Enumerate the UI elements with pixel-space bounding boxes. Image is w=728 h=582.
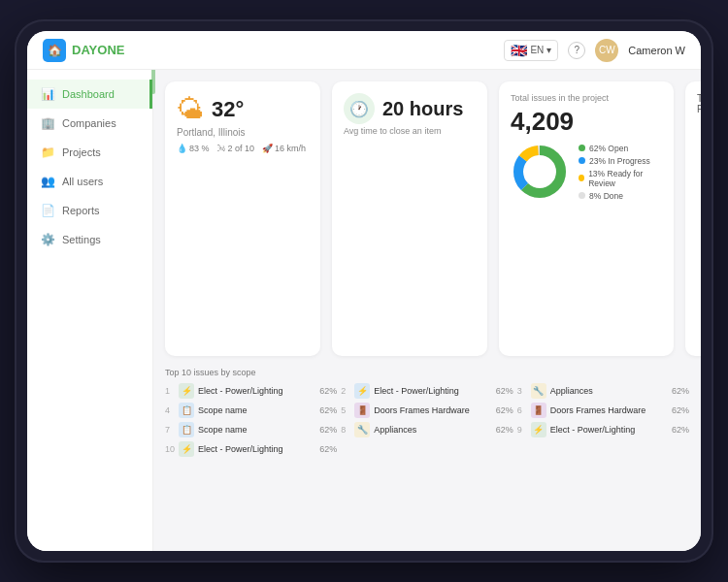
wind-icon: 🌬 xyxy=(217,144,226,153)
scope-icon: 🔧 xyxy=(531,383,546,399)
scope-name: Elect - Power/Lighting xyxy=(550,425,668,435)
bar-row: Make It Safe xyxy=(697,250,701,268)
scope-percent: 62% xyxy=(672,386,689,396)
bar-row: AB Cleaning xyxy=(697,122,701,140)
logo-text: DAYONE xyxy=(72,43,124,57)
legend-review: 13% Ready for Review xyxy=(579,169,662,188)
scope-number: 1 xyxy=(165,386,175,396)
kmh-stat: 🚀 16 km/h xyxy=(262,144,306,153)
scope-number: 5 xyxy=(341,405,350,415)
scope-name: Elect - Power/Lighting xyxy=(374,386,491,396)
bar-row: Terrazo xyxy=(697,316,701,334)
chevron-down-icon: ▾ xyxy=(546,45,551,55)
sidebar-item-allusers[interactable]: 👥 All users xyxy=(27,167,152,196)
scope-icon: 🔧 xyxy=(354,422,370,437)
lang-label: EN xyxy=(530,45,544,55)
svg-point-4 xyxy=(524,156,555,187)
bar-label: Good Coat Painting xyxy=(697,275,701,285)
header-right: 🇬🇧 EN ▾ ? CW Cameron W xyxy=(504,39,685,62)
scope-icon: ⚡ xyxy=(354,383,370,399)
sidebar-label-projects: Projects xyxy=(62,146,101,158)
bar-row: Long Last Flooring xyxy=(697,229,701,246)
scope-name: Scope name xyxy=(198,405,315,415)
projects-icon: 📁 xyxy=(41,146,54,159)
weather-icon: 🌤 xyxy=(177,93,204,125)
sidebar-item-settings[interactable]: ⚙️ Settings xyxy=(27,225,152,254)
user-name: Cameron W xyxy=(628,45,685,56)
bar-row: Shockey's Electric xyxy=(697,208,701,225)
bar-label: Terrazo xyxy=(697,320,701,330)
hours-icon: 🕐 xyxy=(344,93,375,124)
scope-name: Elect - Power/Lighting xyxy=(198,386,315,396)
scope-percent: 62% xyxy=(319,386,337,396)
language-selector[interactable]: 🇬🇧 EN ▾ xyxy=(504,40,558,61)
scope-number: 2 xyxy=(341,386,350,396)
sidebar: 📊 Dashboard 🏢 Companies 📁 Projects 👥 All… xyxy=(27,70,153,551)
sidebar-label-allusers: All users xyxy=(62,176,103,187)
scope-row: 8 🔧 Appliances 62% xyxy=(341,422,513,437)
screen: 🏠 DAYONE 🇬🇧 EN ▾ ? CW Cameron W xyxy=(27,31,701,551)
dot-review xyxy=(579,175,584,181)
resources-card: Top 10 Resources Complete Open In progr.… xyxy=(685,81,701,356)
donut-svg xyxy=(511,143,569,201)
scope-percent: 62% xyxy=(319,425,337,435)
scope-name: Doors Frames Hardware xyxy=(374,405,491,415)
issues-chart: 62% Open 23% In Progress 13% Ready for R… xyxy=(511,143,662,201)
scope-icon: ⚡ xyxy=(179,383,194,399)
sidebar-item-reports[interactable]: 📄 Reports xyxy=(27,196,152,225)
header: 🏠 DAYONE 🇬🇧 EN ▾ ? CW Cameron W xyxy=(27,31,701,70)
logo-icon: 🏠 xyxy=(43,39,66,62)
weather-temp: 32° xyxy=(212,97,244,122)
sidebar-label-companies: Companies xyxy=(62,117,116,129)
weather-top: 🌤 32° xyxy=(177,93,309,125)
hours-description: Avg time to close an item xyxy=(344,126,476,136)
sidebar-item-companies[interactable]: 🏢 Companies xyxy=(27,109,152,138)
settings-icon: ⚙️ xyxy=(41,233,54,246)
legend-open: 62% Open xyxy=(579,144,662,153)
logo: 🏠 DAYONE xyxy=(43,39,124,62)
scope-row: 7 📋 Scope name 62% xyxy=(165,422,337,437)
bar-label: Make It Safe xyxy=(697,254,701,264)
hours-value: 20 hours xyxy=(382,98,463,120)
bar-label: Long Last Flooring xyxy=(697,233,701,242)
scope-name: Elect - Power/Lighting xyxy=(198,444,315,454)
weather-card: 🌤 32° Portland, Illinois 💧 83 % xyxy=(165,81,320,356)
bar-row: ABC Plumbing xyxy=(697,165,701,182)
scope-percent: 62% xyxy=(672,405,689,415)
chart-legend: 62% Open 23% In Progress 13% Ready for R… xyxy=(579,144,662,201)
bar-label: Interior Design xyxy=(697,190,701,200)
scope-percent: 62% xyxy=(496,425,513,435)
bar-label: Paving the Way Concrete xyxy=(697,293,701,312)
scope-row: 3 🔧 Appliances 62% xyxy=(517,383,689,399)
scope-section: Top 10 issues by scope 1 ⚡ Elect - Power… xyxy=(165,368,689,457)
scope-number: 3 xyxy=(517,386,527,396)
scope-name: Doors Frames Hardware xyxy=(550,405,668,415)
scope-percent: 62% xyxy=(496,405,513,415)
bar-axis: 12345678910 xyxy=(697,338,701,344)
scope-percent: 62% xyxy=(319,444,337,454)
scope-row: 5 🚪 Doors Frames Hardware 62% xyxy=(341,403,513,418)
top-cards-row: 🌤 32° Portland, Illinois 💧 83 % xyxy=(165,81,689,356)
scope-table: 1 ⚡ Elect - Power/Lighting 62% 2 ⚡ Elect… xyxy=(165,383,689,457)
scope-row: 9 ⚡ Elect - Power/Lighting 62% xyxy=(517,422,689,437)
help-button[interactable]: ? xyxy=(568,42,585,59)
dot-progress xyxy=(579,157,585,164)
scope-name: Appliances xyxy=(374,425,491,435)
users-icon: 👥 xyxy=(41,175,54,188)
sidebar-item-dashboard[interactable]: 📊 Dashboard xyxy=(27,80,152,109)
bar-label: Casey's Casework xyxy=(697,147,701,157)
bar-row: Good Coat Painting xyxy=(697,272,701,289)
scope-icon: 🚪 xyxy=(531,403,546,418)
dashboard-icon: 📊 xyxy=(41,87,54,101)
scope-icon: ⚡ xyxy=(531,422,546,437)
sidebar-item-projects[interactable]: 📁 Projects xyxy=(27,138,152,167)
scope-icon: ⚡ xyxy=(179,441,194,457)
reports-icon: 📄 xyxy=(41,204,54,217)
scope-icon: 📋 xyxy=(179,422,194,437)
active-indicator xyxy=(151,70,155,94)
scope-title: Top 10 issues by scope xyxy=(165,368,689,377)
legend-progress: 23% In Progress xyxy=(579,156,662,166)
bar-row: Paving the Way Concrete xyxy=(697,293,701,312)
main-layout: 📊 Dashboard 🏢 Companies 📁 Projects 👥 All… xyxy=(27,70,701,551)
scope-icon: 🚪 xyxy=(354,403,370,418)
